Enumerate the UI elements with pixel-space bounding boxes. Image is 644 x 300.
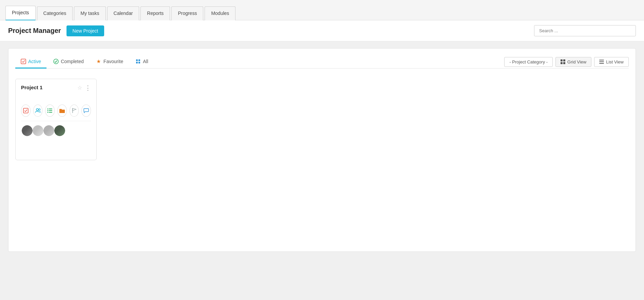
card-flag-button[interactable] <box>70 105 79 117</box>
project-card: Project 1 ☆ ⋮ <box>15 79 97 160</box>
tab-categories[interactable]: Categories <box>37 6 73 20</box>
list-view-icon <box>599 59 604 64</box>
filter-right: - Project Category - Grid View <box>504 57 629 67</box>
list-view-label: List View <box>606 59 624 64</box>
star-icon[interactable]: ☆ <box>77 85 82 91</box>
grid-view-icon <box>561 59 565 64</box>
filter-tab-favourite[interactable]: ★ Favourite <box>91 55 129 69</box>
tab-my-tasks[interactable]: My tasks <box>74 6 106 20</box>
main-content: Active Completed ★ Favourite <box>0 41 644 259</box>
card-list-button[interactable] <box>45 105 55 117</box>
tab-reports[interactable]: Reports <box>140 6 170 20</box>
svg-rect-2 <box>561 59 563 61</box>
svg-rect-15 <box>49 110 52 111</box>
project-card-header: Project 1 ☆ ⋮ <box>21 85 91 91</box>
card-tasks-icon <box>23 108 29 113</box>
project-name: Project 1 <box>21 85 42 90</box>
header-left: Project Manager New Project <box>8 25 104 36</box>
page-title: Project Manager <box>8 27 61 35</box>
filter-tab-all[interactable]: All <box>130 55 154 69</box>
favourite-tab-icon: ★ <box>96 59 101 64</box>
svg-rect-4 <box>561 62 563 64</box>
avatar <box>43 125 55 137</box>
filter-bar: Active Completed ★ Favourite <box>15 55 629 69</box>
projects-grid: Project 1 ☆ ⋮ <box>15 75 629 164</box>
list-view-button[interactable]: List View <box>594 57 629 67</box>
svg-rect-8 <box>599 63 604 64</box>
search-input[interactable] <box>534 25 636 36</box>
svg-point-12 <box>48 109 49 110</box>
card-actions: ☆ ⋮ <box>77 85 91 91</box>
completed-tab-icon <box>53 59 59 64</box>
card-team-button[interactable] <box>33 105 43 117</box>
svg-rect-6 <box>599 60 604 60</box>
card-comment-icon <box>83 108 89 113</box>
svg-rect-5 <box>563 62 565 64</box>
card-list-icon <box>47 108 53 113</box>
filter-tabs: Active Completed ★ Favourite <box>15 55 154 68</box>
svg-rect-17 <box>49 112 52 113</box>
svg-rect-7 <box>599 61 604 62</box>
tab-progress[interactable]: Progress <box>171 6 203 20</box>
tab-calendar[interactable]: Calendar <box>107 6 139 20</box>
all-tab-icon <box>135 59 141 64</box>
grid-view-label: Grid View <box>567 59 586 64</box>
avatar-row <box>21 125 91 137</box>
avatar <box>21 125 33 137</box>
top-navigation: Projects Categories My tasks Calendar Re… <box>0 0 644 20</box>
card-divider <box>21 121 91 121</box>
active-tab-label: Active <box>28 59 41 64</box>
card-folder-button[interactable] <box>57 105 67 117</box>
card-folder-icon <box>59 108 65 113</box>
filter-tab-active[interactable]: Active <box>15 55 46 69</box>
card-flag-icon <box>72 108 77 113</box>
filter-tab-completed[interactable]: Completed <box>48 55 89 69</box>
all-tab-label: All <box>143 59 148 64</box>
card-tasks-button[interactable] <box>21 105 31 117</box>
favourite-tab-label: Favourite <box>103 59 123 64</box>
avatar <box>54 125 66 137</box>
avatar <box>32 125 44 137</box>
svg-point-11 <box>38 109 40 111</box>
svg-point-1 <box>54 59 58 64</box>
svg-rect-9 <box>23 108 28 113</box>
svg-rect-13 <box>49 109 52 109</box>
tab-projects[interactable]: Projects <box>5 6 36 20</box>
completed-tab-label: Completed <box>61 59 84 64</box>
content-panel: Active Completed ★ Favourite <box>8 48 636 252</box>
card-comment-button[interactable] <box>81 105 91 117</box>
svg-point-16 <box>48 112 49 113</box>
card-icons-row <box>21 105 91 117</box>
tab-modules[interactable]: Modules <box>205 6 235 20</box>
card-team-icon <box>35 108 41 113</box>
svg-point-10 <box>36 109 38 111</box>
header-bar: Project Manager New Project <box>0 20 644 41</box>
project-category-dropdown[interactable]: - Project Category - <box>504 57 553 67</box>
svg-point-14 <box>48 110 49 111</box>
grid-view-button[interactable]: Grid View <box>555 57 591 67</box>
svg-rect-0 <box>21 59 26 64</box>
more-options-icon[interactable]: ⋮ <box>85 85 91 91</box>
active-tab-icon <box>21 59 26 64</box>
svg-rect-3 <box>563 59 565 61</box>
new-project-button[interactable]: New Project <box>67 25 104 36</box>
